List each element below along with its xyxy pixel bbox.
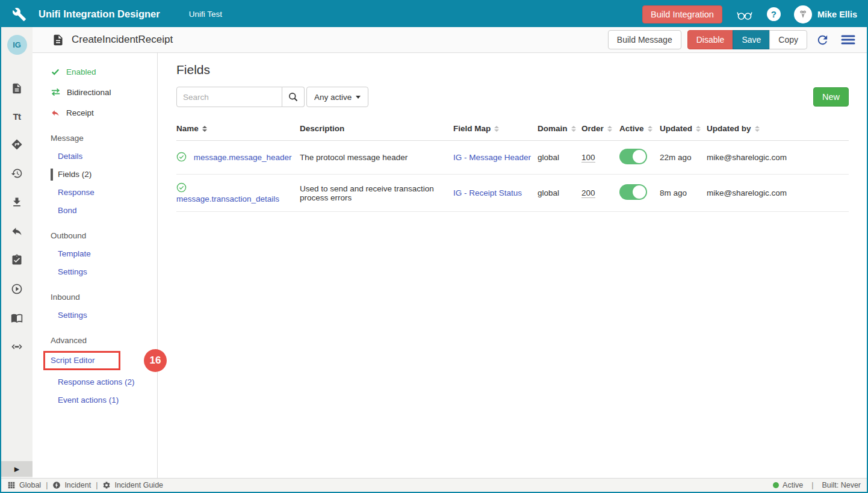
user-avatar-icon bbox=[794, 5, 812, 23]
column-header-name[interactable]: Name bbox=[176, 117, 300, 141]
clipboard-check-icon[interactable] bbox=[11, 254, 23, 266]
integration-avatar[interactable]: IG bbox=[7, 35, 27, 55]
column-header-updated-by[interactable]: Updated by bbox=[707, 117, 849, 141]
nav-item-response[interactable]: Response bbox=[51, 187, 157, 199]
reply-icon[interactable] bbox=[11, 225, 23, 237]
column-header-description: Description bbox=[300, 117, 453, 141]
field-domain: global bbox=[538, 141, 581, 175]
field-description: The protocol message header bbox=[300, 141, 453, 175]
document-icon[interactable] bbox=[11, 82, 23, 95]
refresh-icon[interactable] bbox=[813, 31, 832, 49]
nav-item-outbound-settings[interactable]: Settings bbox=[51, 266, 157, 278]
column-header-active[interactable]: Active bbox=[619, 117, 660, 141]
table-row: message.message_header The protocol mess… bbox=[176, 141, 849, 175]
active-status-label: Active bbox=[783, 481, 803, 489]
column-header-updated[interactable]: Updated bbox=[660, 117, 707, 141]
glasses-icon[interactable] bbox=[736, 7, 754, 22]
footer-status-bar: Global | Incident | Incident Guide Activ… bbox=[1, 478, 867, 492]
wrench-icon bbox=[12, 7, 26, 22]
fields-table: Name Description Field Map Domain Order … bbox=[176, 117, 849, 212]
nav-item-fields[interactable]: Fields (2) bbox=[51, 169, 157, 181]
grid-icon bbox=[7, 481, 16, 489]
chevron-down-icon bbox=[356, 96, 361, 99]
search-input[interactable] bbox=[176, 87, 282, 107]
play-circle-icon[interactable] bbox=[11, 283, 23, 295]
table-row: message.transaction_details Used to send… bbox=[176, 175, 849, 212]
sort-icon bbox=[648, 126, 653, 132]
record-actions-group: Disable Save Copy bbox=[687, 30, 807, 49]
nav-item-event-actions[interactable]: Event actions (1) bbox=[51, 394, 157, 406]
nav-item-template[interactable]: Template bbox=[51, 248, 157, 260]
fields-toolbar: Any active New bbox=[176, 87, 849, 107]
column-header-domain[interactable]: Domain bbox=[538, 117, 581, 141]
bidirectional-arrows-icon bbox=[51, 87, 61, 97]
nav-item-inbound-settings[interactable]: Settings bbox=[51, 309, 157, 321]
app-picker[interactable]: Incident bbox=[52, 481, 91, 489]
field-map-link[interactable]: IG - Receipt Status bbox=[453, 188, 522, 197]
nav-item-response-actions[interactable]: Response actions (2) bbox=[51, 376, 157, 388]
field-check-icon bbox=[176, 152, 187, 164]
nav-item-details[interactable]: Details bbox=[51, 150, 157, 163]
main-content: Fields Any active New bbox=[158, 53, 867, 478]
integration-picker[interactable]: Incident Guide bbox=[102, 481, 163, 489]
nav-section-outbound: Outbound bbox=[51, 230, 157, 242]
directions-icon[interactable] bbox=[11, 138, 23, 150]
download-icon[interactable] bbox=[11, 196, 23, 208]
expand-rail-button[interactable]: ▶ bbox=[1, 461, 33, 477]
field-updated-by: mike@sharelogic.com bbox=[707, 175, 849, 212]
record-header: CreateIncidentReceipt Build Message Disa… bbox=[33, 27, 867, 53]
nav-section-inbound: Inbound bbox=[51, 291, 157, 303]
field-domain: global bbox=[538, 175, 581, 212]
sort-icon bbox=[696, 126, 701, 132]
receipt-reply-icon bbox=[51, 108, 60, 117]
environment-name[interactable]: Unifi Test bbox=[189, 10, 222, 19]
app-window: Unifi Integration Designer Unifi Test Bu… bbox=[0, 0, 868, 493]
search-icon bbox=[288, 91, 299, 102]
top-navbar: Unifi Integration Designer Unifi Test Bu… bbox=[1, 1, 867, 27]
nav-item-bond[interactable]: Bond bbox=[51, 205, 157, 217]
field-description: Used to send and receive transaction pro… bbox=[300, 175, 453, 212]
incident-app-icon bbox=[52, 481, 61, 489]
active-toggle[interactable] bbox=[619, 149, 647, 164]
field-updated: 8m ago bbox=[660, 175, 707, 212]
field-map-link[interactable]: IG - Message Header bbox=[453, 153, 531, 162]
nav-section-message: Message bbox=[51, 132, 157, 144]
text-format-icon[interactable]: Tt bbox=[13, 111, 20, 122]
field-check-icon bbox=[176, 182, 187, 194]
sort-icon bbox=[494, 126, 499, 132]
field-name-link[interactable]: message.transaction_details bbox=[176, 194, 279, 203]
field-order-value[interactable]: 100 bbox=[581, 153, 595, 163]
active-status-dot bbox=[773, 482, 779, 488]
save-button[interactable]: Save bbox=[733, 30, 770, 49]
record-title: CreateIncidentReceipt bbox=[72, 34, 173, 46]
status-enabled: Enabled bbox=[51, 65, 157, 78]
field-name-link[interactable]: message.message_header bbox=[194, 152, 292, 161]
record-document-icon bbox=[52, 34, 64, 46]
scope-picker[interactable]: Global bbox=[7, 481, 41, 489]
sort-icon bbox=[607, 126, 612, 132]
copy-button[interactable]: Copy bbox=[769, 30, 807, 49]
help-icon[interactable]: ? bbox=[767, 7, 781, 21]
user-menu[interactable]: Mike Ellis bbox=[794, 5, 857, 23]
page-title: Fields bbox=[176, 63, 849, 77]
active-filter-dropdown[interactable]: Any active bbox=[306, 87, 368, 107]
search-button[interactable] bbox=[282, 87, 305, 107]
sort-icon bbox=[202, 126, 207, 132]
gear-icon bbox=[102, 481, 111, 489]
nav-item-script-editor[interactable]: Script Editor bbox=[43, 351, 120, 370]
code-icon[interactable] bbox=[11, 341, 23, 353]
column-header-field-map[interactable]: Field Map bbox=[453, 117, 538, 141]
build-message-button[interactable]: Build Message bbox=[608, 30, 681, 49]
sort-icon bbox=[571, 126, 576, 132]
book-icon[interactable] bbox=[11, 312, 23, 324]
field-order-value[interactable]: 200 bbox=[581, 188, 595, 198]
active-toggle[interactable] bbox=[619, 184, 647, 200]
disable-button[interactable]: Disable bbox=[687, 30, 734, 49]
build-integration-button[interactable]: Build Integration bbox=[642, 5, 722, 23]
column-header-order[interactable]: Order bbox=[581, 117, 619, 141]
check-icon bbox=[51, 67, 60, 76]
history-icon[interactable] bbox=[11, 167, 23, 179]
menu-icon[interactable] bbox=[838, 31, 858, 49]
new-field-button[interactable]: New bbox=[813, 87, 849, 107]
field-updated-by: mike@sharelogic.com bbox=[707, 141, 849, 175]
